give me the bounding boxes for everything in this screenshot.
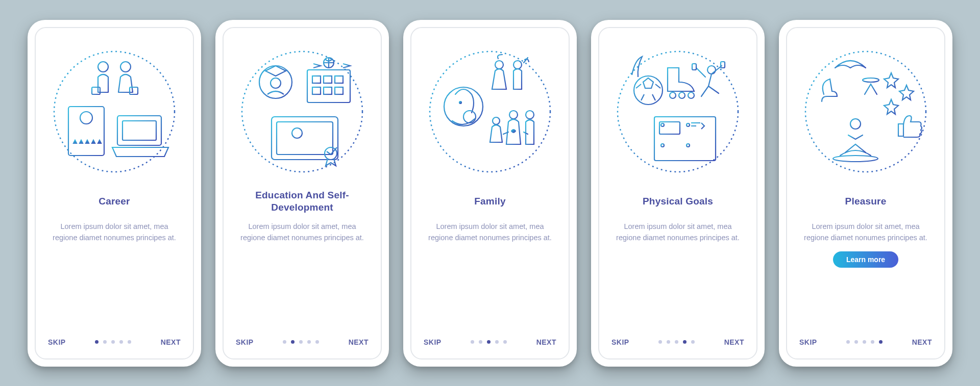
footer-nav: SKIP NEXT — [422, 338, 558, 349]
svg-rect-15 — [307, 70, 350, 102]
page-indicator — [95, 340, 131, 344]
phone-frame: Education And Self-Development Lorem ips… — [215, 20, 389, 367]
next-button[interactable]: NEXT — [349, 338, 369, 346]
dot — [291, 340, 295, 344]
dot — [103, 340, 107, 344]
education-icon — [236, 45, 369, 178]
svg-point-34 — [463, 111, 476, 123]
footer-nav: SKIP NEXT — [797, 338, 934, 349]
svg-rect-25 — [272, 117, 338, 160]
phone-frame: Career Lorem ipsum dolor sit amet, mea r… — [28, 20, 201, 367]
page-indicator — [471, 340, 507, 344]
career-icon — [48, 45, 181, 178]
svg-rect-4 — [130, 87, 138, 94]
svg-point-27 — [292, 128, 302, 138]
dot — [846, 340, 850, 344]
onboarding-screen-5: Pleasure Lorem ipsum dolor sit amet, mea… — [786, 27, 945, 359]
skip-button[interactable]: SKIP — [799, 338, 817, 346]
svg-rect-52 — [721, 62, 725, 68]
svg-point-42 — [618, 52, 738, 172]
svg-point-35 — [495, 61, 503, 69]
svg-point-67 — [833, 156, 878, 162]
dot — [495, 340, 499, 344]
svg-rect-2 — [92, 87, 100, 94]
footer-nav: SKIP NEXT — [234, 338, 371, 349]
dot — [871, 340, 874, 344]
dot — [503, 340, 507, 344]
dot — [667, 340, 670, 344]
onboarding-screen-4: Physical Goals Lorem ipsum dolor sit ame… — [598, 27, 757, 359]
dot — [863, 340, 866, 344]
svg-rect-51 — [692, 64, 696, 70]
svg-rect-20 — [324, 87, 332, 94]
svg-point-38 — [509, 111, 518, 119]
svg-point-61 — [805, 52, 926, 172]
svg-rect-16 — [312, 76, 321, 83]
phone-frame: Family Lorem ipsum dolor sit amet, mea r… — [403, 20, 577, 367]
svg-rect-9 — [122, 121, 156, 140]
dot — [879, 340, 883, 344]
onboarding-screen-1: Career Lorem ipsum dolor sit amet, mea r… — [35, 27, 194, 359]
page-indicator — [658, 340, 695, 344]
onboarding-screen-2: Education And Self-Development Lorem ips… — [223, 27, 382, 359]
svg-rect-18 — [335, 76, 343, 83]
svg-point-43 — [634, 76, 663, 105]
dot — [307, 340, 311, 344]
svg-point-47 — [670, 92, 676, 98]
svg-rect-5 — [68, 107, 104, 156]
next-button[interactable]: NEXT — [724, 338, 744, 346]
svg-point-33 — [459, 101, 461, 104]
svg-point-37 — [493, 117, 500, 124]
footer-nav: SKIP NEXT — [46, 338, 183, 349]
svg-point-1 — [98, 62, 108, 72]
physical-goals-icon — [611, 45, 744, 178]
dot — [675, 340, 678, 344]
phone-frame: Pleasure Lorem ipsum dolor sit amet, mea… — [779, 20, 952, 367]
svg-point-50 — [707, 66, 716, 74]
skip-button[interactable]: SKIP — [48, 338, 66, 346]
dot — [479, 340, 482, 344]
dot — [95, 340, 99, 344]
next-button[interactable]: NEXT — [912, 338, 932, 346]
svg-point-3 — [120, 62, 131, 72]
screen-title: Career — [99, 189, 130, 214]
dot — [315, 340, 319, 344]
svg-point-60 — [687, 123, 690, 126]
skip-button[interactable]: SKIP — [236, 338, 254, 346]
dot — [283, 340, 286, 344]
svg-point-36 — [513, 61, 522, 69]
footer-nav: SKIP NEXT — [609, 338, 746, 349]
screen-description: Lorem ipsum dolor sit amet, mea regione … — [234, 221, 371, 244]
family-icon — [424, 45, 556, 178]
onboarding-screen-3: Family Lorem ipsum dolor sit amet, mea r… — [410, 27, 570, 359]
screen-description: Lorem ipsum dolor sit amet, mea regione … — [609, 221, 746, 244]
svg-point-6 — [80, 112, 92, 124]
svg-point-58 — [687, 144, 690, 147]
dot — [111, 340, 115, 344]
screen-title: Education And Self-Development — [234, 189, 371, 214]
svg-rect-26 — [277, 122, 333, 155]
page-indicator — [846, 340, 883, 344]
dot — [299, 340, 303, 344]
svg-point-48 — [679, 92, 685, 98]
skip-button[interactable]: SKIP — [424, 338, 442, 346]
svg-rect-21 — [335, 87, 343, 94]
dot — [128, 340, 131, 344]
svg-point-0 — [54, 52, 175, 172]
svg-point-49 — [688, 92, 694, 98]
next-button[interactable]: NEXT — [536, 338, 556, 346]
next-button[interactable]: NEXT — [161, 338, 181, 346]
dot — [658, 340, 662, 344]
learn-more-button[interactable]: Learn more — [833, 251, 898, 268]
svg-point-57 — [661, 144, 664, 147]
dot — [683, 340, 687, 344]
dot — [119, 340, 123, 344]
screen-title: Pleasure — [845, 189, 887, 214]
phone-frame: Physical Goals Lorem ipsum dolor sit ame… — [591, 20, 765, 367]
svg-rect-17 — [324, 76, 332, 83]
svg-point-59 — [661, 123, 664, 126]
svg-rect-8 — [117, 116, 161, 145]
skip-button[interactable]: SKIP — [611, 338, 629, 346]
screen-title: Physical Goals — [643, 189, 713, 214]
dot — [471, 340, 474, 344]
